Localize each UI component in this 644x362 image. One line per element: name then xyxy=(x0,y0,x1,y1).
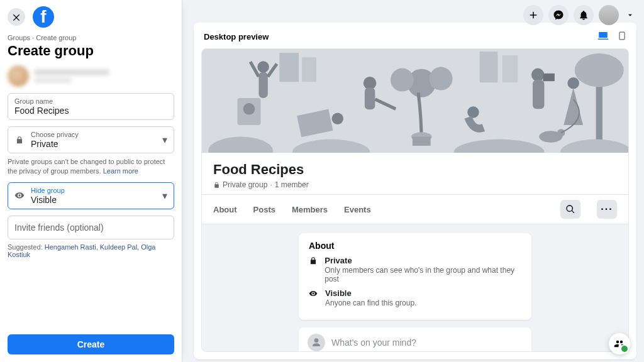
new-message-fab[interactable] xyxy=(609,333,630,354)
svg-point-16 xyxy=(331,113,343,124)
privacy-label: Choose privacy xyxy=(31,131,156,138)
avatar[interactable] xyxy=(599,5,619,25)
create-button[interactable]: Create xyxy=(8,334,174,354)
svg-point-21 xyxy=(567,77,579,89)
account-caret-icon[interactable] xyxy=(624,9,636,21)
cover-illustration xyxy=(202,49,628,153)
visibility-label: Hide group xyxy=(31,187,156,194)
chevron-down-icon: ▾ xyxy=(162,190,167,202)
lock-icon xyxy=(213,182,220,189)
tab-about[interactable]: About xyxy=(213,205,237,214)
group-name-value: Food Recipes xyxy=(14,106,167,116)
bell-icon[interactable] xyxy=(574,5,594,25)
svg-rect-0 xyxy=(619,32,625,40)
about-visible-title: Visible xyxy=(325,288,416,298)
svg-rect-12 xyxy=(258,72,267,98)
facebook-logo-icon[interactable]: f xyxy=(33,6,54,28)
more-button[interactable]: ··· xyxy=(597,200,617,219)
status-badge xyxy=(620,344,629,353)
eye-icon xyxy=(309,288,319,307)
svg-rect-19 xyxy=(533,80,544,109)
svg-point-11 xyxy=(257,61,269,72)
messenger-icon[interactable] xyxy=(548,5,569,25)
invite-friends-input[interactable]: Invite friends (optional) xyxy=(8,216,174,239)
create-group-sidebar: f Groups · Create group Create group Gro… xyxy=(0,0,182,362)
privacy-select[interactable]: Choose privacy Private ▾ xyxy=(8,126,174,153)
close-icon[interactable] xyxy=(8,8,25,26)
search-button[interactable] xyxy=(560,200,580,219)
group-title: Food Recipes xyxy=(213,162,617,178)
avatar-icon xyxy=(308,334,325,351)
visibility-select[interactable]: Hide group Visible ▾ xyxy=(8,182,174,209)
group-header: Food Recipes Private group · 1 member xyxy=(202,153,628,194)
top-header-actions xyxy=(523,5,636,25)
chevron-down-icon: ▾ xyxy=(162,134,167,146)
lock-icon xyxy=(14,136,25,145)
current-user xyxy=(8,65,174,87)
svg-rect-10 xyxy=(365,87,375,109)
svg-point-7 xyxy=(430,67,453,90)
privacy-hint: Private groups can't be changed to publi… xyxy=(8,157,174,176)
about-heading: About xyxy=(309,241,521,251)
breadcrumb-root[interactable]: Groups xyxy=(8,34,30,41)
tab-members[interactable]: Members xyxy=(292,205,328,214)
svg-point-8 xyxy=(391,69,414,92)
group-name-field[interactable]: Group name Food Recipes xyxy=(8,93,174,120)
svg-rect-27 xyxy=(413,137,431,146)
sidebar-title: Create group xyxy=(8,43,174,59)
svg-rect-5 xyxy=(502,55,518,82)
suggested-link[interactable]: Kuldeep Pal xyxy=(100,243,137,251)
about-private-desc: Only members can see who's in the group … xyxy=(325,266,521,283)
svg-rect-4 xyxy=(480,52,498,82)
breadcrumb: Groups · Create group xyxy=(8,34,174,41)
learn-more-link[interactable]: Learn more xyxy=(103,167,138,175)
suggested-link[interactable]: Hengameh Rasti xyxy=(45,243,96,251)
plus-icon[interactable] xyxy=(523,5,543,25)
breadcrumb-leaf: Create group xyxy=(36,34,76,41)
svg-rect-3 xyxy=(302,57,316,82)
desktop-preview-panel: Desktop preview xyxy=(194,23,636,359)
post-composer[interactable]: What's on your mind? xyxy=(299,327,531,352)
about-visible-desc: Anyone can find this group. xyxy=(325,299,416,307)
desktop-view-icon[interactable] xyxy=(597,30,609,43)
search-icon xyxy=(565,204,575,214)
svg-point-14 xyxy=(243,103,255,114)
preview-body: Food Recipes Private group · 1 member Ab… xyxy=(201,48,629,352)
lock-icon xyxy=(309,256,318,283)
feed-area: About Private Only members can see who's… xyxy=(202,224,628,352)
svg-rect-20 xyxy=(543,74,554,81)
svg-rect-2 xyxy=(279,53,299,82)
group-subtitle: Private group · 1 member xyxy=(213,180,617,189)
svg-point-25 xyxy=(575,53,624,87)
about-card: About Private Only members can see who's… xyxy=(299,233,531,320)
svg-point-18 xyxy=(531,69,545,82)
tab-events[interactable]: Events xyxy=(344,205,371,214)
preview-header-label: Desktop preview xyxy=(204,32,269,41)
about-private-title: Private xyxy=(325,256,521,265)
svg-point-17 xyxy=(467,106,479,118)
privacy-value: Private xyxy=(31,139,156,149)
composer-prompt: What's on your mind? xyxy=(331,337,523,348)
more-icon: ··· xyxy=(601,204,613,215)
suggested-friends: Suggested: Hengameh Rasti, Kuldeep Pal, … xyxy=(8,243,174,258)
eye-icon xyxy=(14,190,25,200)
group-tabs: About Posts Members Events ··· xyxy=(202,194,628,224)
group-name-label: Group name xyxy=(14,97,167,105)
mobile-view-icon[interactable] xyxy=(618,30,626,43)
tab-posts[interactable]: Posts xyxy=(253,205,275,214)
visibility-value: Visible xyxy=(31,195,156,205)
